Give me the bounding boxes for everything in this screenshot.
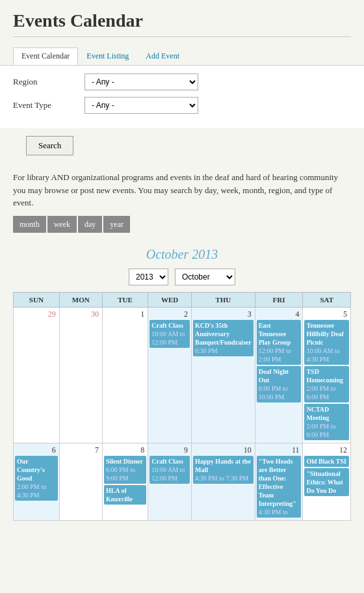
calendar-cell[interactable]: 5 Tennessee Hillbilly Deaf Picnic 10:00 … (303, 307, 351, 443)
table-row: 29 30 1 2 Craft Class 10:00 AM to 12:00 … (14, 307, 351, 443)
region-label: Region (13, 77, 84, 87)
calendar-cell[interactable]: 3 KCD's 35th Anniversary Banquet/Fundrai… (191, 307, 255, 443)
list-item[interactable]: KCD's 35th Anniversary Banquet/Fundraise… (193, 320, 254, 356)
calendar-cell[interactable]: 8 Silent Dinner 6:00 PM to 9:00 PM HLA o… (102, 443, 148, 520)
view-tab-day[interactable]: day (78, 216, 102, 233)
event-title: HLA of Knoxville (106, 486, 144, 503)
list-item[interactable]: NCTAD Meeting 2:00 PM to 6:00 PM (304, 404, 349, 440)
day-number: 6 (15, 445, 58, 456)
view-tab-year[interactable]: year (103, 216, 130, 233)
calendar-cell[interactable]: 1 (102, 307, 148, 443)
search-button[interactable]: Search (26, 136, 73, 155)
description-text: For library AND organizational programs … (13, 171, 351, 209)
event-title: NCTAD Meeting (306, 405, 347, 422)
day-number: 8 (104, 445, 146, 456)
day-number: 2 (150, 309, 190, 320)
event-title: Tennessee Hillbilly Deaf Picnic (306, 321, 347, 347)
list-item[interactable]: Tennessee Hillbilly Deaf Picnic 10:00 AM… (304, 320, 349, 365)
event-time: 2:00 PM to 6:00 PM (306, 384, 347, 401)
calendar-cell[interactable]: 2 Craft Class 10:00 AM to 12:00 PM (148, 307, 192, 443)
list-item[interactable]: TSD Homecoming 2:00 PM to 6:00 PM (304, 366, 349, 402)
event-title: "Situational Ethics: What Do You Do (306, 469, 347, 495)
calendar-section: October 2013 2013 JanuaryFebruaryMarchAp… (0, 241, 364, 527)
tab-event-calendar[interactable]: Event Calendar (13, 47, 78, 65)
day-number: 9 (150, 445, 190, 456)
calendar-cell[interactable]: 9 Craft Class 10:00 AM to 12:00 PM (148, 443, 192, 520)
event-time: 10:00 AM to 12:00 PM (151, 330, 188, 347)
description-section: For library AND organizational programs … (0, 163, 364, 241)
search-button-area: Search (0, 128, 364, 163)
calendar-title: October 2013 (13, 247, 351, 262)
table-row: 6 Our Country's Good 2:00 PM to 4:30 PM … (14, 443, 351, 520)
day-number: 30 (61, 309, 101, 320)
region-row: Region - Any - (13, 73, 351, 90)
day-header-tue: TUE (102, 292, 148, 307)
list-item[interactable]: East Tennessee Play Group 12:00 PM to 2:… (257, 320, 302, 365)
day-number: 12 (304, 445, 349, 456)
region-select[interactable]: - Any - (84, 73, 198, 90)
event-title: Our Country's Good (17, 457, 56, 482)
event-time: 2:00 PM to 4:30 PM (17, 482, 56, 499)
event-title: East Tennessee Play Group (259, 321, 300, 347)
list-item[interactable]: Happy Hands at the Mall 4:30 PM to 7:30 … (193, 456, 254, 484)
day-number: 29 (15, 309, 58, 320)
tab-add-event[interactable]: Add Event (137, 47, 188, 65)
day-number: 11 (257, 445, 302, 456)
event-type-label: Event Type (13, 100, 84, 111)
filter-form: Region - Any - Event Type - Any - (0, 66, 364, 128)
list-item[interactable]: HLA of Knoxville (104, 485, 146, 505)
event-title: Old Black TSI (306, 457, 347, 466)
day-number: 7 (61, 445, 101, 456)
calendar-cell[interactable]: 11 "Two Heads are Better than One: Effec… (255, 443, 303, 520)
event-title: TSD Homecoming (306, 367, 347, 384)
day-header-thu: THU (191, 292, 255, 307)
event-type-select[interactable]: - Any - (84, 97, 198, 114)
event-title: KCD's 35th Anniversary Banquet/Fundraise… (195, 321, 252, 347)
list-item[interactable]: "Two Heads are Better than One: Effectiv… (257, 456, 302, 518)
day-header-mon: MON (59, 292, 102, 307)
event-time: 10:00 AM to 4:30 PM (306, 347, 347, 363)
month-select[interactable]: JanuaryFebruaryMarchApril MayJuneJulyAug… (175, 269, 235, 285)
view-tab-week[interactable]: week (47, 216, 77, 233)
calendar-cell[interactable]: 12 Old Black TSI "Situational Ethics: Wh… (303, 443, 351, 520)
list-item[interactable]: Deaf Night Out 6:00 PM to 10:00 PM (257, 366, 302, 402)
day-number: 1 (104, 309, 146, 320)
day-number: 4 (257, 309, 302, 320)
day-header-wed: WED (148, 292, 192, 307)
calendar-cell[interactable]: 29 (14, 307, 60, 443)
event-title: Craft Class (151, 321, 188, 330)
event-time: 4:30 PM to (259, 508, 300, 516)
day-number: 5 (304, 309, 349, 320)
event-time: 6:00 PM to 10:00 PM (259, 384, 300, 401)
day-number: 10 (193, 445, 254, 456)
calendar-cell[interactable]: 7 (59, 443, 102, 520)
calendar-cell[interactable]: 10 Happy Hands at the Mall 4:30 PM to 7:… (191, 443, 255, 520)
event-title: Silent Dinner (106, 457, 144, 466)
event-time: 6:30 PM (195, 347, 252, 355)
view-tabs: month week day year (13, 216, 351, 233)
day-header-sun: SUN (14, 292, 60, 307)
list-item[interactable]: "Situational Ethics: What Do You Do (304, 468, 349, 496)
year-select[interactable]: 2013 (129, 269, 168, 285)
list-item[interactable]: Old Black TSI (304, 456, 349, 467)
calendar-cell[interactable]: 6 Our Country's Good 2:00 PM to 4:30 PM (14, 443, 60, 520)
calendar-header-row: SUN MON TUE WED THU FRI SAT (14, 292, 351, 307)
event-time: 4:30 PM to 7:30 PM (195, 474, 252, 482)
calendar-controls: 2013 JanuaryFebruaryMarchApril MayJuneJu… (13, 269, 351, 285)
list-item[interactable]: Craft Class 10:00 AM to 12:00 PM (150, 456, 190, 484)
event-time: 6:00 PM to 9:00 PM (106, 466, 144, 482)
calendar-cell[interactable]: 4 East Tennessee Play Group 12:00 PM to … (255, 307, 303, 443)
event-title: "Two Heads are Better than One: Effectiv… (259, 457, 300, 508)
day-header-fri: FRI (255, 292, 303, 307)
tab-event-listing[interactable]: Event Listing (78, 47, 137, 65)
list-item[interactable]: Silent Dinner 6:00 PM to 9:00 PM (104, 456, 146, 484)
tab-bar: Event Calendar Event Listing Add Event (0, 42, 364, 66)
view-tab-month[interactable]: month (13, 216, 46, 233)
event-title: Craft Class (151, 457, 188, 466)
page-header: Events Calendar (0, 0, 364, 42)
calendar-cell[interactable]: 30 (59, 307, 102, 443)
list-item[interactable]: Craft Class 10:00 AM to 12:00 PM (150, 320, 190, 348)
event-time: 12:00 PM to 2:00 PM (259, 347, 300, 363)
list-item[interactable]: Our Country's Good 2:00 PM to 4:30 PM (15, 456, 58, 501)
event-time: 2:00 PM to 6:00 PM (306, 422, 347, 439)
